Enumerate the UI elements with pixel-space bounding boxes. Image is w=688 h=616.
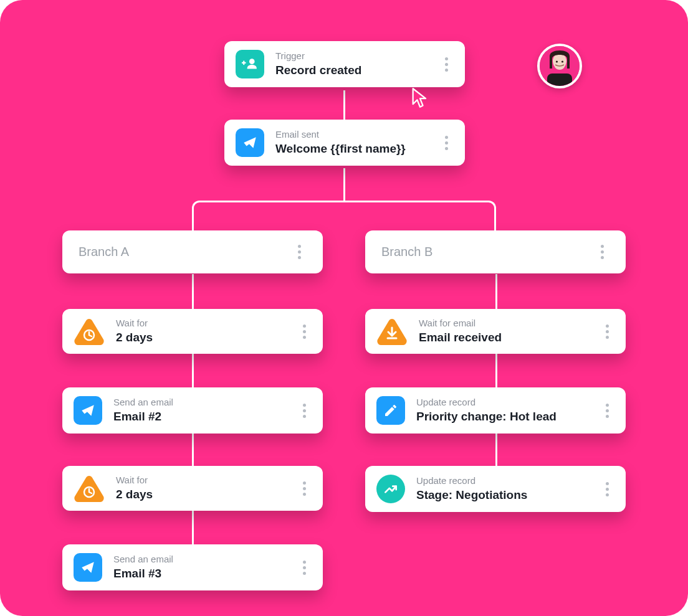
download-triangle-icon — [376, 318, 408, 345]
add-person-icon — [236, 50, 264, 78]
send-icon — [236, 128, 264, 157]
card-label: Trigger — [275, 50, 428, 62]
send-email-card-a2[interactable]: Send an email Email #3 — [62, 544, 323, 590]
more-icon[interactable] — [439, 57, 454, 72]
send-icon — [74, 396, 102, 425]
card-text: Send an email Email #3 — [113, 554, 285, 581]
svg-point-3 — [553, 56, 566, 70]
send-icon — [74, 553, 102, 582]
card-title: 2 days — [116, 330, 285, 345]
more-icon[interactable] — [297, 481, 312, 496]
more-icon[interactable] — [292, 245, 307, 259]
card-text: Send an email Email #2 — [113, 397, 285, 424]
more-icon[interactable] — [439, 136, 454, 150]
clock-triangle-icon — [74, 318, 105, 345]
update-record-card-2[interactable]: Update record Stage: Negotiations — [365, 466, 626, 512]
card-label: Email sent — [275, 129, 428, 140]
connector-line — [343, 90, 345, 121]
wait-card-a1[interactable]: Wait for 2 days — [62, 309, 323, 354]
more-icon[interactable] — [600, 482, 614, 496]
card-text: Wait for email Email received — [419, 318, 588, 345]
card-text: Branch A — [79, 244, 280, 260]
connector-line — [343, 168, 345, 202]
connector-split — [192, 201, 496, 232]
svg-point-6 — [249, 59, 255, 64]
more-icon[interactable] — [595, 245, 609, 259]
card-title: Record created — [275, 63, 428, 78]
more-icon[interactable] — [297, 325, 312, 339]
card-title: Email received — [419, 330, 588, 345]
card-label: Wait for — [116, 318, 285, 329]
workflow-canvas: Trigger Record created Email sent Welcom… — [0, 0, 688, 616]
card-text: Wait for 2 days — [116, 318, 285, 345]
trend-up-icon — [376, 475, 405, 503]
card-text: Branch B — [381, 244, 583, 260]
card-title: 2 days — [116, 487, 285, 502]
card-title: Welcome {{first name}} — [275, 141, 428, 156]
card-text: Wait for 2 days — [116, 475, 285, 502]
card-title: Email #3 — [113, 566, 285, 581]
branch-title: Branch B — [381, 244, 583, 260]
card-title: Priority change: Hot lead — [416, 409, 588, 424]
send-email-card-a1[interactable]: Send an email Email #2 — [62, 387, 323, 434]
card-label: Wait for email — [419, 318, 588, 329]
svg-rect-2 — [547, 73, 572, 86]
wait-email-card[interactable]: Wait for email Email received — [365, 309, 626, 354]
more-icon[interactable] — [600, 404, 614, 418]
trigger-card[interactable]: Trigger Record created — [224, 41, 465, 87]
user-avatar[interactable] — [537, 44, 582, 88]
card-text: Trigger Record created — [275, 50, 428, 78]
card-title: Stage: Negotiations — [416, 488, 588, 503]
card-text: Update record Priority change: Hot lead — [416, 397, 588, 424]
more-icon[interactable] — [297, 561, 312, 575]
cursor-pointer-icon — [411, 87, 429, 108]
pencil-icon — [376, 396, 405, 425]
svg-rect-8 — [242, 62, 246, 64]
card-label: Send an email — [113, 397, 285, 408]
wait-card-a2[interactable]: Wait for 2 days — [62, 466, 323, 511]
clock-triangle-icon — [74, 475, 105, 502]
branch-a-card[interactable]: Branch A — [62, 230, 323, 273]
branch-b-card[interactable]: Branch B — [365, 230, 626, 273]
branch-title: Branch A — [79, 244, 280, 260]
card-label: Update record — [416, 397, 588, 408]
svg-point-5 — [561, 60, 563, 62]
email-sent-card[interactable]: Email sent Welcome {{first name}} — [224, 120, 465, 166]
more-icon[interactable] — [297, 404, 312, 418]
update-record-card-1[interactable]: Update record Priority change: Hot lead — [365, 387, 626, 434]
card-title: Email #2 — [113, 409, 285, 424]
card-label: Wait for — [116, 475, 285, 486]
card-label: Send an email — [113, 554, 285, 565]
card-text: Update record Stage: Negotiations — [416, 475, 588, 503]
more-icon[interactable] — [600, 325, 614, 339]
card-label: Update record — [416, 475, 588, 486]
card-text: Email sent Welcome {{first name}} — [275, 129, 428, 156]
svg-point-4 — [556, 60, 558, 62]
